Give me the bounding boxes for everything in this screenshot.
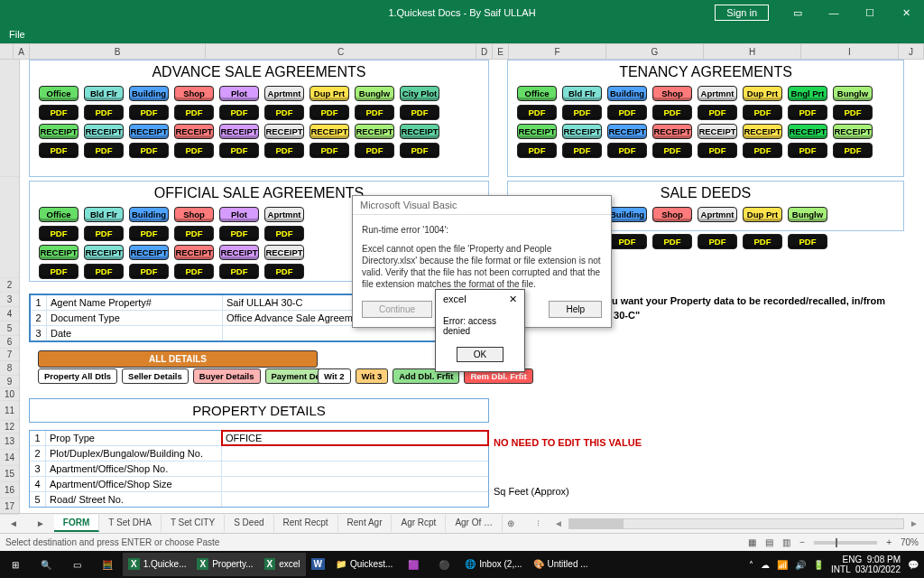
pdf-button[interactable]: PDF (788, 143, 827, 158)
pdf-button[interactable]: PDF (84, 226, 124, 241)
pdf-button[interactable]: PDF (174, 264, 214, 279)
search-icon[interactable]: 🔍 (31, 551, 61, 578)
cell[interactable]: 3 (31, 326, 47, 340)
type-button[interactable]: Bunglw (355, 86, 394, 101)
horizontal-scrollbar[interactable] (568, 518, 904, 529)
pdf-button[interactable]: PDF (652, 143, 692, 158)
row-header[interactable]: 13 (0, 434, 19, 450)
type-button[interactable]: Aprtmnt (264, 207, 304, 222)
action-button[interactable]: Property All Dtls (38, 368, 117, 384)
pdf-button[interactable]: PDF (833, 143, 873, 158)
row-header[interactable]: 11 (0, 401, 19, 421)
cell[interactable]: OFFICE (222, 431, 488, 445)
view-normal-icon[interactable]: ▦ (748, 537, 756, 547)
action-button[interactable]: Wit 2 (318, 368, 351, 384)
tray-network-icon[interactable]: 📶 (777, 560, 788, 570)
cell[interactable]: 3 (30, 461, 46, 476)
cell[interactable]: Date (47, 326, 223, 340)
pdf-button[interactable]: PDF (129, 143, 169, 158)
pdf-button[interactable]: PDF (743, 105, 782, 120)
taskbar-app[interactable]: XProperty... (191, 553, 258, 576)
pdf-button[interactable]: PDF (39, 143, 79, 158)
rec-button[interactable]: RECEIPT (174, 124, 214, 139)
row-header[interactable]: 5 (0, 322, 19, 336)
pdf-button[interactable]: PDF (788, 234, 827, 249)
taskbar-explorer[interactable]: 📁Quickest... (330, 553, 398, 576)
pdf-button[interactable]: PDF (310, 143, 349, 158)
col-header[interactable]: A (14, 44, 30, 59)
type-button[interactable]: Building (129, 207, 169, 222)
rec-button[interactable]: RECEIPT (84, 245, 124, 260)
rec-button[interactable]: RECEIPT (400, 124, 439, 139)
type-button[interactable]: Aprtmnt (698, 207, 737, 222)
view-break-icon[interactable]: ▥ (782, 537, 790, 547)
zoom-slider[interactable] (814, 541, 877, 545)
tray-onedrive-icon[interactable]: ☁ (761, 560, 770, 570)
taskbar-word[interactable]: W (306, 553, 330, 576)
col-header[interactable]: C (206, 44, 476, 59)
maximize-icon[interactable]: ☐ (852, 0, 888, 25)
col-header[interactable]: F (509, 44, 606, 59)
rec-button[interactable]: RECEIPT (743, 124, 782, 139)
rec-button[interactable]: RECEIPT (39, 124, 79, 139)
col-header[interactable]: E (493, 44, 509, 59)
type-button[interactable]: Bngl Prt (788, 86, 827, 101)
pdf-button[interactable]: PDF (743, 234, 782, 249)
rec-button[interactable]: RECEIPT (219, 124, 259, 139)
type-button[interactable]: Bld Flr (562, 86, 602, 101)
pdf-button[interactable]: PDF (84, 264, 124, 279)
type-button[interactable]: Shop (652, 207, 692, 222)
rec-button[interactable]: RECEIPT (698, 124, 737, 139)
type-button[interactable]: Building (129, 86, 169, 101)
row-header[interactable] (0, 177, 19, 278)
tray-battery-icon[interactable]: 🔋 (813, 560, 824, 570)
cell[interactable]: 1 (30, 431, 46, 445)
file-tab[interactable]: File (0, 25, 34, 43)
pdf-button[interactable]: PDF (219, 105, 259, 120)
type-button[interactable]: City Plot (400, 86, 439, 101)
type-button[interactable]: Bld Flr (84, 86, 124, 101)
type-button[interactable]: Building (607, 207, 647, 222)
pdf-button[interactable]: PDF (39, 226, 79, 241)
rec-button[interactable]: RECEIPT (310, 124, 349, 139)
type-button[interactable]: Shop (652, 86, 692, 101)
cell[interactable]: Plot/Duplex/Bungalow/Building No. (46, 446, 222, 461)
notifications-icon[interactable]: 💬 (908, 560, 919, 570)
pdf-button[interactable]: PDF (652, 234, 692, 249)
pdf-button[interactable]: PDF (129, 105, 169, 120)
cell[interactable]: 2 (30, 446, 46, 461)
signin-button[interactable]: Sign in (715, 5, 769, 21)
sheet-tab[interactable]: Agr Of … (446, 515, 503, 532)
type-button[interactable]: Dup Prt (310, 86, 349, 101)
pdf-button[interactable]: PDF (400, 105, 439, 120)
pdf-button[interactable]: PDF (174, 226, 214, 241)
action-button[interactable]: Buyer Details (193, 368, 261, 384)
close-icon[interactable]: ✕ (888, 0, 924, 25)
cell[interactable]: Apartment/Office/Shop No. (46, 461, 222, 476)
rec-button[interactable]: RECEIPT (562, 124, 602, 139)
rec-button[interactable]: RECEIPT (355, 124, 394, 139)
cell[interactable]: Document Type (47, 311, 223, 325)
type-button[interactable]: Aprtmnt (264, 86, 304, 101)
pdf-button[interactable]: PDF (39, 264, 79, 279)
cell[interactable]: 5 (30, 492, 46, 507)
pdf-button[interactable]: PDF (698, 143, 737, 158)
tray-volume-icon[interactable]: 🔊 (795, 560, 806, 570)
row-header[interactable]: 14 (0, 450, 19, 466)
select-all-cell[interactable] (0, 44, 14, 59)
sheet-tab[interactable]: FORM (54, 515, 99, 532)
pdf-button[interactable]: PDF (84, 105, 124, 120)
sheet-tab[interactable]: Agr Rcpt (392, 515, 446, 532)
type-button[interactable]: Office (39, 207, 79, 222)
type-button[interactable]: Bunglw (788, 207, 827, 222)
taskbar-app-icon[interactable]: 🟪 (398, 551, 429, 578)
zoom-level[interactable]: 70% (901, 537, 919, 547)
sheet-tab[interactable]: Rent Agr (338, 515, 393, 532)
rec-button[interactable]: RECEIPT (84, 124, 124, 139)
start-icon[interactable]: ⊞ (0, 551, 31, 578)
cell[interactable]: Apartment/Office/Shop Size (46, 477, 222, 491)
cell[interactable] (222, 492, 488, 507)
row-header[interactable]: 9 (0, 376, 19, 388)
row-header[interactable]: 15 (0, 466, 19, 482)
rec-button[interactable]: RECEIPT (517, 124, 557, 139)
